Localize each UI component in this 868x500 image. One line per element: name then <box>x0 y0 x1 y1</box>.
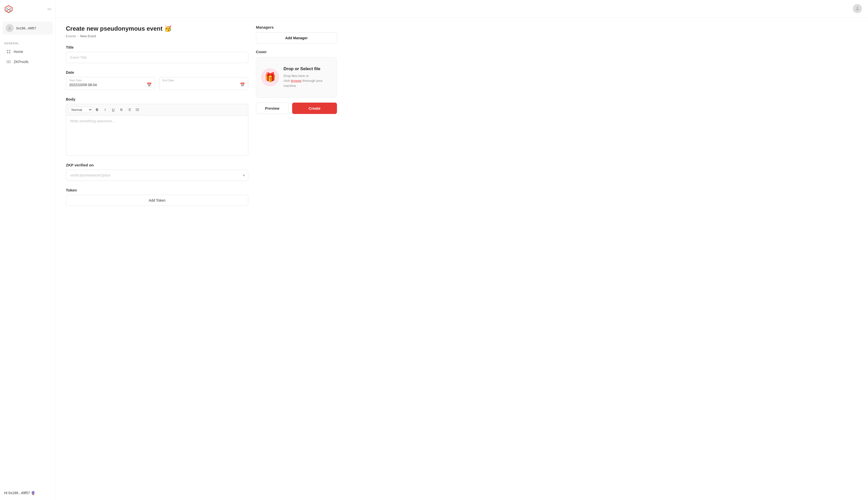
cover-drop-zone[interactable]: 🎁 Drop or Select file Drop files here or… <box>256 57 337 98</box>
add-manager-button[interactable]: Add Manager <box>256 32 337 44</box>
sidebar-item-zkproofs-label: ZKProofs <box>14 60 29 64</box>
cover-label: Cover <box>256 50 337 54</box>
svg-rect-8 <box>9 52 10 54</box>
svg-point-11 <box>857 7 858 9</box>
browse-link[interactable]: browse <box>291 79 302 82</box>
start-date-field: Start Date 2022/10/09 08:04 📅 <box>66 77 155 90</box>
body-field-group: Body Normal Heading 1 Heading 2 Heading … <box>66 97 248 156</box>
user-card[interactable]: 0x199...49f57 <box>2 22 53 35</box>
svg-marker-0 <box>5 5 12 13</box>
sidebar-item-home[interactable]: Home <box>2 47 54 56</box>
date-field-group: Date Start Date 2022/10/09 08:04 📅 End D… <box>66 70 248 90</box>
drop-title: Drop or Select file <box>283 66 332 71</box>
sidebar-header: << <box>0 0 56 19</box>
calendar-icon-start[interactable]: 📅 <box>147 82 152 87</box>
strikethrough-button[interactable]: S <box>118 106 125 113</box>
end-date-label: End Date <box>162 79 245 82</box>
svg-rect-6 <box>9 50 10 51</box>
bold-button[interactable]: B <box>93 106 101 113</box>
home-icon <box>6 49 11 54</box>
zkp-label: ZKP verified on <box>66 163 248 167</box>
content-wrapper: Create new pseudonymous event 🥳 Events •… <box>56 18 868 500</box>
zkp-field-group: ZKP verified on verificationNetworkOptio… <box>66 163 248 181</box>
body-label: Body <box>66 97 248 101</box>
svg-point-23 <box>136 111 137 111</box>
top-bar <box>56 0 868 18</box>
italic-button[interactable]: I <box>102 106 109 113</box>
avatar <box>5 24 14 32</box>
svg-rect-7 <box>7 52 8 54</box>
cover-illustration: 🎁 <box>261 68 279 86</box>
editor-toolbar: Normal Heading 1 Heading 2 Heading 3 B I… <box>66 104 248 115</box>
title-field-group: Title <box>66 45 248 63</box>
sidebar-item-zkproofs[interactable]: ZKProofs <box>2 57 54 67</box>
style-select[interactable]: Normal Heading 1 Heading 2 Heading 3 <box>69 107 92 113</box>
cover-text-block: Drop or Select file Drop files here orcl… <box>283 66 332 88</box>
breadcrumb-separator: • <box>78 34 79 38</box>
token-field-group: Token Add Token <box>66 188 248 206</box>
collapse-button[interactable]: << <box>47 7 52 11</box>
create-button[interactable]: Create <box>292 103 337 114</box>
svg-point-22 <box>136 110 137 110</box>
drop-description: Drop files here orclick browse thorough … <box>283 73 332 88</box>
underline-button[interactable]: U <box>110 106 117 113</box>
add-token-button[interactable]: Add Token <box>66 195 248 206</box>
logo <box>4 4 13 14</box>
end-date-field: End Date 📅 <box>159 77 248 90</box>
sidebar-greeting: Hi 0x199...49f57 🔮 <box>0 486 56 500</box>
calendar-icon-end[interactable]: 📅 <box>240 82 245 87</box>
breadcrumb-events[interactable]: Events <box>66 34 76 38</box>
svg-rect-10 <box>8 61 10 62</box>
token-label: Token <box>66 188 248 192</box>
sidebar-item-home-label: Home <box>14 50 23 54</box>
preview-button[interactable]: Preview <box>256 103 289 114</box>
zkp-select[interactable]: verificationNetworkOption <box>66 170 248 181</box>
ordered-list-button[interactable]: 123 <box>126 106 133 113</box>
managers-label: Managers <box>256 25 337 30</box>
svg-text:3: 3 <box>128 110 129 111</box>
zkp-select-wrapper: verificationNetworkOption ▾ <box>66 170 248 181</box>
title-label: Title <box>66 45 248 49</box>
start-date-value: 2022/10/09 08:04 <box>69 83 97 87</box>
right-column: Managers Add Manager Cover 🎁 Drop or Sel… <box>256 25 337 492</box>
breadcrumb-current: New Event <box>80 34 96 38</box>
page-title: Create new pseudonymous event 🥳 <box>66 25 248 32</box>
svg-point-21 <box>136 109 137 109</box>
sidebar: << 0x199...49f57 GENERAL Home ZKProofs H… <box>0 0 56 500</box>
title-input[interactable] <box>66 52 248 63</box>
body-placeholder: Write something awesome... <box>70 119 115 123</box>
svg-rect-5 <box>7 50 8 51</box>
main-area: Create new pseudonymous event 🥳 Events •… <box>56 0 868 500</box>
start-date-label: Start Date <box>69 79 152 82</box>
user-address: 0x199...49f57 <box>16 26 36 30</box>
breadcrumb: Events • New Event <box>66 34 248 38</box>
section-label-general: GENERAL <box>0 38 56 46</box>
action-row: Preview Create <box>256 103 337 114</box>
date-row: Start Date 2022/10/09 08:04 📅 End Date 📅 <box>66 77 248 90</box>
unordered-list-button[interactable] <box>134 106 141 113</box>
sidebar-nav: Home ZKProofs <box>0 46 56 67</box>
form-column: Create new pseudonymous event 🥳 Events •… <box>66 25 248 492</box>
svg-point-4 <box>9 26 10 28</box>
zkproofs-icon <box>6 59 11 64</box>
topbar-avatar[interactable] <box>853 4 862 13</box>
date-label: Date <box>66 70 248 75</box>
body-editor[interactable]: Write something awesome... <box>66 115 248 156</box>
